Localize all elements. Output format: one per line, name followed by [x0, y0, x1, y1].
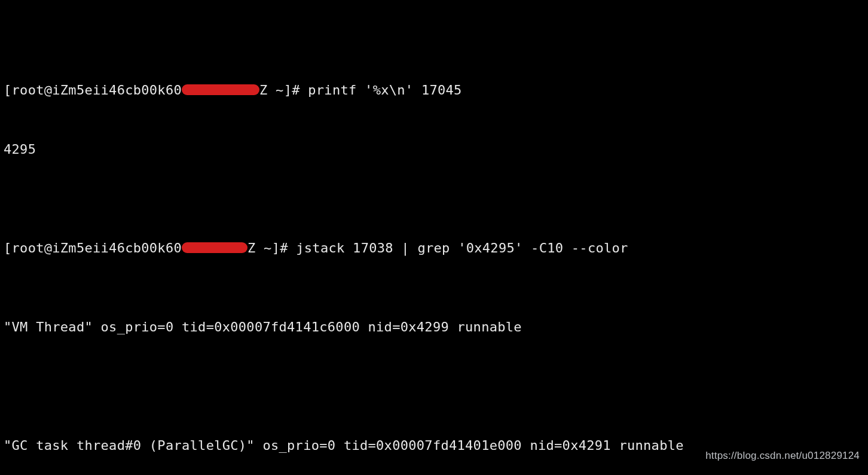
prompt-line-1: [root@iZm5eii46cb00k60Z ~]# printf '%x\n… [4, 80, 864, 100]
redacted-hostname-2 [182, 242, 247, 253]
thread-vm: "VM Thread" os_prio=0 tid=0x00007fd4141c… [4, 317, 864, 337]
prompt-suffix: Z ~]# [247, 240, 296, 255]
prompt-prefix: [root@iZm5eii46cb00k60 [4, 240, 182, 255]
prompt-prefix: [root@iZm5eii46cb00k60 [4, 83, 182, 98]
terminal-output[interactable]: [root@iZm5eii46cb00k60Z ~]# printf '%x\n… [0, 0, 868, 475]
printf-output: 4295 [4, 139, 864, 159]
watermark-text: https://blog.csdn.net/u012829124 [705, 446, 860, 465]
prompt-suffix: Z ~]# [259, 83, 308, 98]
prompt-line-2: [root@iZm5eii46cb00k60Z ~]# jstack 17038… [4, 238, 864, 258]
command-jstack: jstack 17038 | grep '0x4295' -C10 --colo… [296, 240, 628, 255]
command-printf: printf '%x\n' 17045 [308, 83, 461, 98]
redacted-hostname-1 [182, 84, 259, 95]
blank-line [4, 376, 864, 396]
